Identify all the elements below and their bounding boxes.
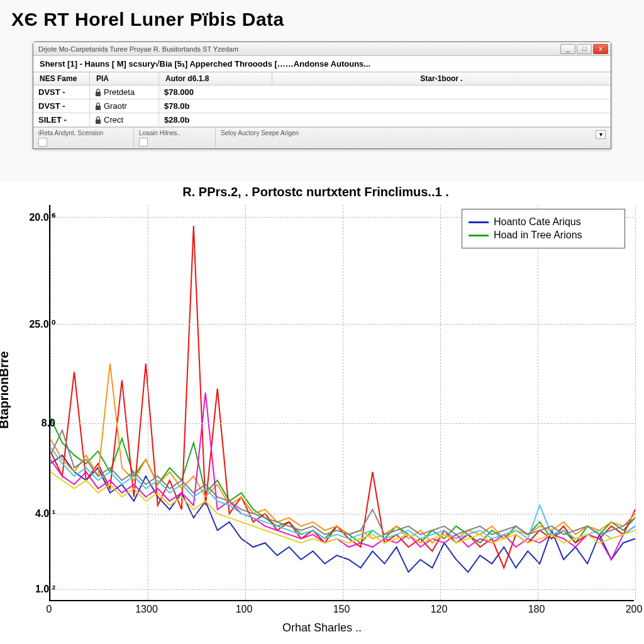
window-maximize-button[interactable]: □ bbox=[577, 44, 592, 54]
legend-label: Hoad in Tree Arions bbox=[494, 230, 582, 241]
cell-name: DVST - bbox=[33, 99, 90, 113]
y-tick-label: 1.0 ² bbox=[18, 584, 55, 595]
x-tick-label: 100 bbox=[236, 604, 253, 615]
page-title: XЄ RT Horel Luner Pïbis Data bbox=[0, 0, 644, 36]
window-titlebar[interactable]: Drjote Mo-Carpetanids Turee Proyae R. Bu… bbox=[33, 42, 611, 56]
bottom-panels: iReta Andynt. Scension Loaain Hilnes.. S… bbox=[33, 127, 611, 148]
column-header-row: NES Fame PIA Autor d6.1.8 Star-1boor . bbox=[33, 72, 611, 86]
lock-icon bbox=[95, 103, 101, 110]
panel-label: Seloy Auctory Seepe Arigen bbox=[221, 130, 606, 136]
lock-icon bbox=[95, 89, 101, 96]
x-tick-label: 200 bbox=[626, 604, 643, 615]
y-tick-label: 20.0 ⁶ bbox=[18, 211, 55, 223]
panel[interactable]: iReta Andynt. Scension bbox=[33, 128, 134, 148]
collapse-icon[interactable]: ▾ bbox=[596, 130, 606, 139]
x-tick-label: 1300 bbox=[135, 604, 158, 615]
legend-swatch-icon bbox=[469, 221, 489, 223]
legend: Hoanto Cate AriqusHoad in Tree Arions bbox=[462, 209, 625, 248]
panel[interactable]: Seloy Auctory Seepe Arigen ▾ bbox=[216, 128, 611, 148]
table-row[interactable]: SILET -Crect$28.0b bbox=[33, 113, 611, 127]
table-row[interactable]: DVST -Graotr$78.0b bbox=[33, 99, 611, 113]
menu-item[interactable]: Sherst [1] - Hauns [ M] scsury√Bia [5₁] … bbox=[37, 58, 373, 69]
lock-icon bbox=[95, 116, 101, 124]
plot-area bbox=[49, 205, 634, 601]
x-tick-label: 120 bbox=[431, 604, 448, 615]
series-svg bbox=[50, 205, 634, 600]
table-row[interactable]: DVST -Pretdeta$78.000 bbox=[33, 86, 611, 99]
cell-pia: Pretdeta bbox=[90, 86, 159, 99]
window-close-button[interactable]: x bbox=[593, 44, 608, 54]
col-header[interactable]: PIA bbox=[90, 72, 159, 85]
panel-label: iReta Andynt. Scension bbox=[38, 130, 128, 136]
cell-name: SILET - bbox=[33, 113, 90, 126]
panel-button[interactable] bbox=[38, 138, 47, 147]
cell-value: $78.0b bbox=[159, 99, 272, 113]
legend-item: Hoad in Tree Arions bbox=[469, 230, 618, 241]
y-tick-label: 4.0 ¹ bbox=[18, 508, 55, 519]
cell-name: DVST - bbox=[33, 86, 90, 99]
window-minimize-button[interactable]: _ bbox=[560, 44, 575, 54]
legend-item: Hoanto Cate Ariqus bbox=[469, 216, 618, 228]
chart-title: R. PPrs.2, . Portostc nurtxtent Frinclim… bbox=[0, 182, 631, 202]
menubar[interactable]: Sherst [1] - Hauns [ M] scsury√Bia [5₁] … bbox=[33, 56, 611, 72]
cell-value: $78.000 bbox=[159, 86, 272, 99]
cell-pia: Crect bbox=[90, 113, 159, 126]
col-header[interactable]: Autor d6.1.8 bbox=[159, 72, 272, 85]
cell-value: $28.0b bbox=[159, 113, 272, 126]
chart: R. PPrs.2, . Portostc nurtxtent Frinclim… bbox=[0, 182, 644, 644]
y-tick-label: 25.0 ⁰ bbox=[18, 318, 55, 330]
x-tick-label: 150 bbox=[333, 604, 350, 615]
panel-button[interactable] bbox=[139, 138, 148, 147]
y-axis-label: BtaprionBrre bbox=[0, 351, 11, 428]
x-tick-label: 0 bbox=[47, 604, 52, 615]
x-tick-label: 180 bbox=[528, 604, 545, 615]
cell-pia: Graotr bbox=[90, 99, 159, 113]
col-header[interactable]: Star-1boor . bbox=[272, 72, 611, 85]
app-window: Drjote Mo-Carpetanids Turee Proyae R. Bu… bbox=[33, 42, 611, 149]
legend-label: Hoanto Cate Ariqus bbox=[494, 216, 581, 228]
panel[interactable]: Loaain Hilnes.. bbox=[134, 128, 216, 148]
x-axis-label: Orhat Sharles .. bbox=[0, 621, 644, 635]
window-title: Drjote Mo-Carpetanids Turee Proyae R. Bu… bbox=[38, 45, 560, 53]
y-tick-label: 8.0 bbox=[18, 418, 55, 429]
col-header[interactable]: NES Fame bbox=[33, 72, 90, 85]
legend-swatch-icon bbox=[469, 235, 489, 236]
panel-label: Loaain Hilnes.. bbox=[139, 130, 210, 136]
